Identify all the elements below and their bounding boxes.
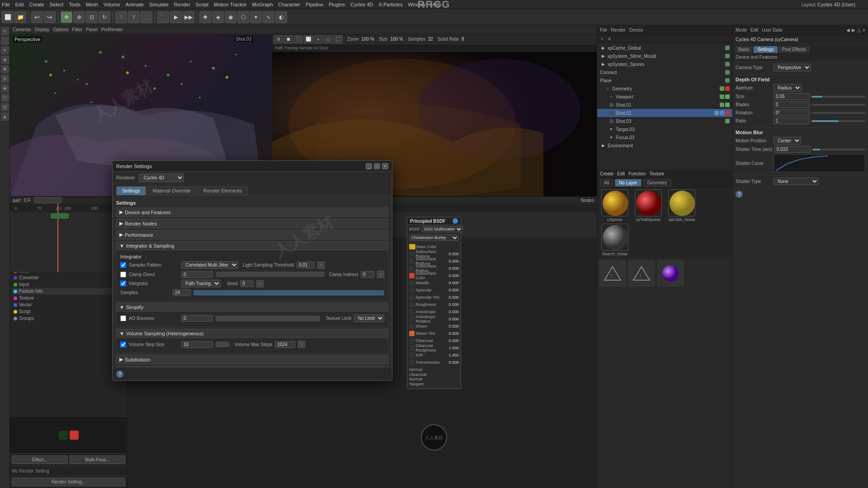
clamp-indirect-btn[interactable]: ↑	[377, 271, 384, 278]
menu-volume[interactable]: Volume	[104, 2, 120, 7]
node-groups[interactable]: Groups	[12, 315, 125, 322]
scene-xpsystem-slime[interactable]: ▶ xpSystem_Slime_Mould	[597, 52, 732, 60]
node-vector[interactable]: Vector	[12, 301, 125, 308]
clamp-direct-slider[interactable]	[216, 272, 325, 277]
bsdf-basecolor-swatch[interactable]	[409, 244, 415, 249]
axis-y-btn[interactable]: Y	[128, 11, 140, 23]
bsdf-distribution-select[interactable]: Christensen-Burley	[409, 235, 459, 241]
render-dialog-close[interactable]: ×	[382, 163, 388, 169]
axis-z-btn[interactable]: Z	[141, 11, 152, 23]
volume-step-input[interactable]	[181, 341, 213, 348]
scene-plane[interactable]: Plane	[597, 76, 732, 84]
props-menu-btn[interactable]: ≡	[863, 28, 865, 33]
scene-shot01[interactable]: 🎥 Shot.01	[597, 101, 732, 109]
samples-slider[interactable]	[193, 290, 384, 296]
integrator-select[interactable]: Path Tracing	[181, 280, 221, 287]
render-dialog-restore[interactable]: □	[374, 163, 380, 169]
size-slider[interactable]	[811, 96, 865, 98]
sidebar-icon-7[interactable]: ◈	[1, 84, 9, 92]
move-btn[interactable]: ⊕	[73, 11, 85, 23]
effect-btn[interactable]: Effect...	[12, 455, 68, 464]
sidebar-icon-3[interactable]: ≡	[1, 46, 9, 54]
sidebar-icon-6[interactable]: S	[1, 75, 9, 83]
ao-slider[interactable]	[216, 316, 320, 321]
shutter-curve-display[interactable]	[774, 154, 865, 172]
scene-shot01-vis[interactable]	[720, 103, 724, 107]
mat-tab-all[interactable]: All	[600, 179, 613, 187]
mat-icon-triangle2[interactable]: !	[628, 260, 655, 287]
rotation-input[interactable]	[774, 109, 810, 116]
material-btn[interactable]: ◐	[275, 11, 287, 23]
scene-xpcache[interactable]: ▶ xpCache_Global	[597, 44, 732, 52]
menu-xparticles[interactable]: X-Particles	[378, 2, 402, 7]
scene-target03[interactable]: ✦ Target.03	[597, 125, 732, 133]
volume-step-checkbox[interactable]	[120, 342, 126, 347]
mat-texture-menu[interactable]: Texture	[650, 171, 665, 176]
scene-shot02[interactable]: 🎥 Shot.02	[597, 109, 732, 117]
rd-tab-settings[interactable]: Settings	[116, 186, 146, 195]
node-input[interactable]: Input	[12, 281, 125, 288]
add-obj-btn[interactable]: ✚	[199, 11, 211, 23]
ratio-input[interactable]	[774, 117, 810, 124]
seed-input[interactable]	[240, 280, 254, 287]
bsdf-close-btn[interactable]	[453, 218, 458, 224]
volume-step-slider[interactable]	[216, 342, 229, 347]
light-btn[interactable]: ✦	[250, 11, 262, 23]
node-particle-info[interactable]: Particle Info	[12, 288, 125, 295]
rd-section-simplify-header[interactable]: ▼ Simplify	[116, 303, 388, 312]
sidebar-icon-8[interactable]: ⬡	[1, 94, 9, 102]
undo-btn[interactable]: ↩	[31, 11, 43, 23]
timeline-frame-input[interactable]	[34, 197, 61, 203]
rd-section-nodes-header[interactable]: ▶ Render Nodes	[116, 219, 388, 228]
viewport-display-label[interactable]: Display	[35, 27, 50, 32]
menu-mesh[interactable]: Mesh	[86, 2, 98, 7]
menu-mograph[interactable]: MoGraph	[252, 2, 273, 7]
sidebar-icon-2[interactable]: ⬛	[1, 37, 9, 45]
scene-viewport[interactable]: ○ Viewport	[597, 93, 732, 101]
ao-bounces-input[interactable]	[181, 315, 213, 322]
rotate-btn[interactable]: ↻	[99, 11, 110, 23]
rd-tab-material[interactable]: Material Override	[147, 186, 197, 195]
clamp-indirect-input[interactable]	[361, 271, 374, 278]
texture-limit-select[interactable]: No Limit	[354, 314, 384, 322]
file-label[interactable]: File	[600, 28, 607, 33]
sidebar-icon-4[interactable]: ⊕	[1, 56, 9, 64]
volume-max-input[interactable]	[275, 341, 295, 348]
open-btn[interactable]: 📁	[14, 11, 26, 23]
device-label[interactable]: Device	[629, 28, 643, 33]
blades-input[interactable]	[774, 101, 810, 108]
viewport-options-label[interactable]: Options	[53, 27, 68, 32]
props-tab-basic[interactable]: Basic	[735, 46, 753, 53]
motion-position-select[interactable]: Center	[774, 137, 801, 145]
scene-toolbar-btn-2[interactable]: ⊕	[606, 36, 613, 42]
node-script[interactable]: Script	[12, 308, 125, 315]
effector-btn[interactable]: ◉	[225, 11, 236, 23]
rd-section-volume-header[interactable]: ▼ Volume Sampling (Heterogeneous)	[116, 329, 388, 338]
scene-shot03[interactable]: 🎥 Shot.03	[597, 117, 732, 125]
seed-btn[interactable]: ↑	[256, 280, 264, 287]
samples-rd-input[interactable]	[173, 289, 191, 296]
props-help-btn[interactable]: ?	[736, 191, 743, 198]
rd-section-device-header[interactable]: ▶ Device and Features	[116, 207, 388, 217]
render-dialog-minimize[interactable]: _	[366, 163, 372, 169]
render-stop-btn[interactable]: ⏹	[284, 35, 293, 43]
rd-section-performance-header[interactable]: ▶ Performance	[116, 230, 388, 239]
sidebar-icon-9[interactable]: ⊡	[1, 103, 9, 111]
scene-focus03[interactable]: ✦ Focus.03	[597, 133, 732, 141]
select-btn[interactable]: ✥	[61, 11, 72, 23]
scale-btn[interactable]: ⊡	[86, 11, 98, 23]
volume-max-btn[interactable]: ↑	[298, 341, 305, 348]
sidebar-icon-5[interactable]: ✥	[1, 65, 9, 73]
light-threshold-input[interactable]	[297, 262, 315, 268]
mat-item-cytrail[interactable]: cyTrailSpores	[632, 189, 664, 222]
sampler-pattern-checkbox[interactable]	[120, 262, 126, 268]
ratio-slider[interactable]	[811, 120, 865, 122]
deform-btn[interactable]: ◈	[212, 11, 224, 23]
scene-slime-vis[interactable]	[725, 54, 730, 58]
props-fwd-btn[interactable]: ▶	[852, 28, 855, 33]
rd-tab-elements[interactable]: Render Elements	[198, 186, 248, 195]
rd-section-subdivision-header[interactable]: ▶ Subdivision	[116, 355, 388, 364]
scene-viewport-vis[interactable]	[720, 94, 724, 99]
viewport-filter-label[interactable]: Filter	[72, 27, 82, 32]
render-setting-btn[interactable]: Render Setting...	[12, 478, 125, 486]
